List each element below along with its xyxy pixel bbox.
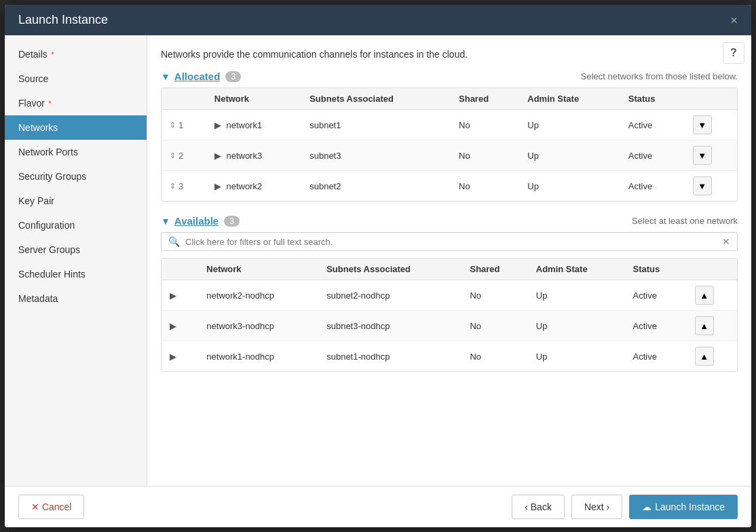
available-col-status: Status: [625, 259, 687, 280]
available-shared-cell: No: [461, 280, 527, 311]
modal-body: Details *SourceFlavor *NetworksNetwork P…: [5, 35, 751, 486]
sort-icon[interactable]: ⇕: [170, 151, 176, 160]
available-network-cell: network2-nodhcp: [198, 280, 318, 311]
available-status-cell: Active: [625, 280, 687, 311]
allocated-col-admin-state: Admin State: [519, 88, 620, 110]
available-network-cell: network1-nodhcp: [198, 341, 318, 372]
available-admin-state-cell: Up: [528, 311, 625, 341]
cloud-icon: ☁: [642, 501, 651, 512]
allocated-network-cell: ▶ network2: [206, 171, 301, 202]
modal: Launch Instance × Details *SourceFlavor …: [5, 5, 751, 527]
sidebar-item-scheduler-hints[interactable]: Scheduler Hints: [5, 262, 147, 286]
sidebar-item-network-ports[interactable]: Network Ports: [5, 140, 147, 164]
launch-instance-button[interactable]: ☁ Launch Instance: [629, 495, 738, 519]
available-col-shared: Shared: [461, 259, 527, 280]
available-network-cell: network3-nodhcp: [198, 311, 318, 341]
remove-button[interactable]: ▼: [693, 176, 712, 195]
allocated-shared-cell: No: [451, 171, 519, 202]
allocated-col-action: [685, 88, 737, 110]
cancel-button[interactable]: ✕ Cancel: [18, 495, 84, 519]
available-action-cell: ▲: [687, 280, 737, 311]
available-chevron-icon[interactable]: ▼: [161, 216, 170, 227]
allocated-action-cell: ▼: [685, 171, 737, 202]
clear-icon[interactable]: ✕: [722, 236, 730, 247]
available-expand-cell: ▶: [162, 311, 198, 341]
sidebar-item-key-pair[interactable]: Key Pair: [5, 189, 147, 213]
close-button[interactable]: ×: [730, 14, 738, 26]
sort-icon[interactable]: ⇕: [170, 182, 176, 191]
available-section-header: ▼ Available 3 Select at least one networ…: [161, 215, 738, 227]
row-num-cell: ⇕ 1: [162, 110, 206, 140]
allocated-shared-cell: No: [451, 110, 519, 140]
launch-instance-label: Launch Instance: [655, 501, 725, 512]
available-expand-cell: ▶: [162, 341, 198, 372]
available-action-cell: ▲: [687, 311, 737, 341]
allocated-subnets-cell: subnet1: [301, 110, 451, 140]
allocated-table-row: ⇕ 2 ▶ network3 subnet3 No Up Active ▼: [162, 140, 737, 171]
row-number: 3: [178, 181, 183, 191]
available-col-admin-state: Admin State: [528, 259, 625, 280]
modal-title: Launch Instance: [18, 13, 108, 27]
modal-footer: ✕ Cancel ‹ Back Next › ☁ Launch Instance: [5, 486, 751, 527]
remove-button[interactable]: ▼: [693, 115, 712, 134]
row-num-cell: ⇕ 2: [162, 140, 206, 171]
expand-icon[interactable]: ▶: [170, 290, 176, 301]
add-button[interactable]: ▲: [695, 347, 714, 366]
allocated-admin-state-cell: Up: [519, 171, 620, 202]
network-name: network2: [226, 181, 262, 191]
add-button[interactable]: ▲: [695, 286, 714, 305]
available-table-row: ▶ network3-nodhcp subnet3-nodhcp No Up A…: [162, 311, 737, 341]
row-number: 1: [178, 120, 183, 130]
available-shared-cell: No: [461, 311, 527, 341]
sidebar-item-flavor[interactable]: Flavor *: [5, 91, 147, 115]
available-subnets-cell: subnet3-nodhcp: [318, 311, 461, 341]
available-col-subnets: Subnets Associated: [318, 259, 461, 280]
search-bar: 🔍 ✕: [161, 232, 738, 251]
next-button[interactable]: Next ›: [571, 495, 622, 519]
allocated-network-cell: ▶ network1: [206, 110, 301, 140]
sidebar-item-configuration[interactable]: Configuration: [5, 213, 147, 238]
expand-icon[interactable]: ▶: [214, 120, 221, 130]
add-button[interactable]: ▲: [695, 316, 714, 335]
allocated-chevron-icon[interactable]: ▼: [161, 71, 170, 82]
sidebar-item-source[interactable]: Source: [5, 66, 147, 91]
remove-button[interactable]: ▼: [693, 146, 712, 165]
sidebar-item-networks[interactable]: Networks: [5, 115, 147, 140]
expand-icon[interactable]: ▶: [170, 321, 176, 331]
required-indicator: *: [46, 99, 52, 109]
expand-icon[interactable]: ▶: [214, 151, 221, 161]
footer-right-buttons: ‹ Back Next › ☁ Launch Instance: [512, 495, 738, 519]
expand-icon[interactable]: ▶: [170, 352, 176, 362]
back-button[interactable]: ‹ Back: [512, 495, 565, 519]
sidebar-item-security-groups[interactable]: Security Groups: [5, 164, 147, 189]
available-table-header-row: Network Subnets Associated Shared Admin …: [162, 259, 737, 280]
modal-overlay: Launch Instance × Details *SourceFlavor …: [0, 0, 756, 532]
allocated-action-cell: ▼: [685, 110, 737, 140]
sort-icon[interactable]: ⇕: [170, 121, 176, 130]
available-table-container: Network Subnets Associated Shared Admin …: [161, 258, 738, 372]
required-indicator: *: [49, 50, 54, 60]
available-col-network: Network: [198, 259, 318, 280]
available-title: Available: [174, 215, 219, 227]
allocated-admin-state-cell: Up: [519, 140, 620, 171]
available-col-action: [687, 259, 737, 280]
sidebar-item-server-groups[interactable]: Server Groups: [5, 238, 147, 262]
help-button[interactable]: ?: [723, 42, 744, 64]
available-status-cell: Active: [625, 311, 687, 341]
available-table-row: ▶ network2-nodhcp subnet2-nodhcp No Up A…: [162, 280, 737, 311]
search-input[interactable]: [185, 237, 722, 247]
available-action-cell: ▲: [687, 341, 737, 372]
modal-header: Launch Instance ×: [5, 5, 751, 35]
expand-icon[interactable]: ▶: [214, 181, 221, 191]
allocated-action-cell: ▼: [685, 140, 737, 171]
available-table-row: ▶ network1-nodhcp subnet1-nodhcp No Up A…: [162, 341, 737, 372]
available-hint: Select at least one network: [632, 216, 738, 226]
allocated-status-cell: Active: [620, 110, 685, 140]
sidebar-item-details[interactable]: Details *: [5, 42, 147, 66]
allocated-col-order: [162, 88, 206, 110]
allocated-col-subnets: Subnets Associated: [301, 88, 451, 110]
sidebar-item-metadata[interactable]: Metadata: [5, 286, 147, 311]
allocated-title: Allocated: [174, 71, 221, 82]
available-admin-state-cell: Up: [528, 341, 625, 372]
allocated-status-cell: Active: [620, 140, 685, 171]
